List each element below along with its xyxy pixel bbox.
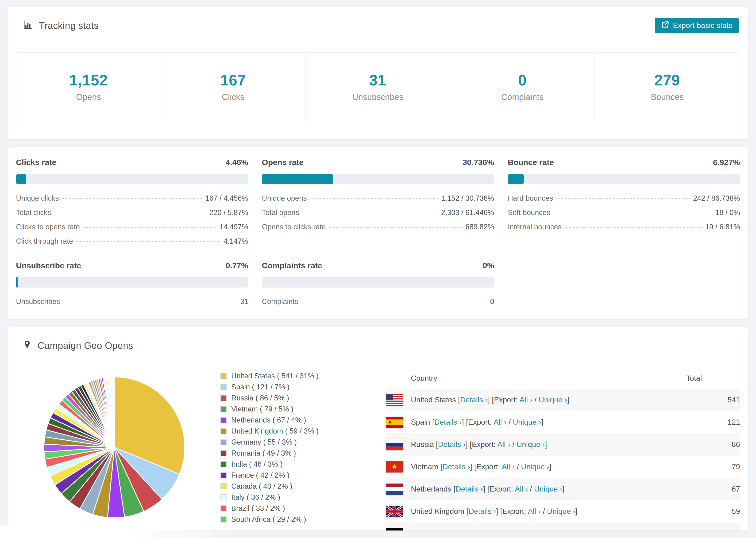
legend-item-italy[interactable]: Italy ( 36 / 2% ) <box>220 493 386 502</box>
export-unique-link[interactable]: Unique › <box>547 507 575 515</box>
legend-item-brazil[interactable]: Brazil ( 33 / 2% ) <box>220 504 386 512</box>
total-value: 121 <box>728 418 740 426</box>
dotted-leader <box>301 301 487 302</box>
dotted-leader <box>83 227 216 228</box>
rate-title: Opens rate <box>262 158 303 167</box>
geo-legend: United States ( 541 / 31% )Spain ( 121 /… <box>220 372 386 526</box>
export-all-link[interactable]: All › <box>494 418 507 426</box>
export-unique-link[interactable]: Unique › <box>521 462 549 471</box>
table-row-partial <box>386 522 740 531</box>
rate-detail-row: Total opens2,303 / 61.446% <box>262 208 494 217</box>
legend-item-vietnam[interactable]: Vietnam ( 79 / 5% ) <box>220 405 386 413</box>
rate-detail-label: Unique opens <box>262 194 307 202</box>
legend-item-netherlands[interactable]: Netherlands ( 67 / 4% ) <box>220 416 386 424</box>
legend-item-south-africa[interactable]: South Africa ( 29 / 2% ) <box>220 515 386 524</box>
stat-value: 167 <box>163 72 303 89</box>
legend-item-romania[interactable]: Romania ( 49 / 3% ) <box>220 449 386 457</box>
stat-label: Clicks <box>163 92 303 102</box>
total-value: 86 <box>731 440 740 449</box>
export-all-link[interactable]: All › <box>497 440 510 449</box>
legend-item-france[interactable]: France ( 42 / 2% ) <box>220 471 386 480</box>
details-link[interactable]: Details › <box>443 462 470 471</box>
details-link[interactable]: Details › <box>468 507 496 515</box>
rate-block-unsubscribe-rate: Unsubscribe rate0.77%Unsubscribes31 <box>16 261 248 306</box>
stat-label: Unsubscribes <box>308 92 448 102</box>
export-unique-link[interactable]: Unique › <box>539 396 567 404</box>
rate-detail-label: Clicks to opens rate <box>16 223 80 231</box>
stat-label: Bounces <box>597 92 737 102</box>
legend-swatch <box>220 373 227 379</box>
progress-bar-fill <box>16 174 26 184</box>
progress-bar <box>508 174 740 184</box>
legend-label: Vietnam ( 79 / 5% ) <box>231 405 294 413</box>
rate-detail-label: Opens to clicks rate <box>262 223 326 231</box>
rate-detail-row: Unique clicks167 / 4.456% <box>16 194 248 202</box>
country-name: Spain <box>411 418 432 426</box>
dotted-leader <box>565 227 702 228</box>
rate-detail-value: 2,303 / 61.446% <box>441 208 494 217</box>
rate-block-opens-rate: Opens rate30.736%Unique opens1,152 / 30.… <box>262 158 494 245</box>
rate-detail-value: 4.147% <box>224 237 248 245</box>
page-title: Tracking stats <box>39 21 99 31</box>
rate-title: Clicks rate <box>16 158 56 167</box>
legend-swatch <box>220 417 227 423</box>
progress-bar <box>16 277 248 288</box>
legend-label: Russia ( 86 / 5% ) <box>231 394 289 402</box>
details-link[interactable]: Details › <box>456 485 483 493</box>
bar-chart-icon <box>23 19 33 32</box>
legend-label: Canada ( 40 / 2% ) <box>231 482 292 491</box>
table-row-spain: Spain [Details ›] [Export: All › / Uniqu… <box>386 411 740 433</box>
legend-swatch <box>220 406 227 412</box>
campaign-geo-opens-card: Campaign Geo Opens United States ( 541 /… <box>8 327 748 531</box>
tracking-stats-card: Tracking stats Export basic stats 1,152O… <box>8 7 748 139</box>
nl-flag-icon <box>386 484 403 495</box>
export-all-link[interactable]: All › <box>519 396 532 404</box>
export-all-link[interactable]: All › <box>502 462 514 471</box>
progress-bar <box>16 174 248 184</box>
legend-item-united-kingdom[interactable]: United Kingdom ( 59 / 3% ) <box>220 427 386 435</box>
rate-detail-row: Unsubscribes31 <box>16 297 248 306</box>
dotted-leader <box>62 198 202 199</box>
export-unique-link[interactable]: Unique › <box>513 418 541 426</box>
tracking-stats-header: Tracking stats Export basic stats <box>8 7 748 44</box>
export-unique-link[interactable]: Unique › <box>534 485 563 493</box>
export-all-link[interactable]: All › <box>528 507 541 515</box>
details-link[interactable]: Details › <box>438 440 465 449</box>
legend-item-united-states[interactable]: United States ( 541 / 31% ) <box>220 372 386 380</box>
legend-item-spain[interactable]: Spain ( 121 / 7% ) <box>220 383 386 391</box>
dotted-leader <box>76 241 220 242</box>
legend-item-india[interactable]: India ( 46 / 3% ) <box>220 460 386 468</box>
export-unique-link[interactable]: Unique › <box>516 440 545 449</box>
map-pin-icon <box>23 340 32 352</box>
legend-item-russia[interactable]: Russia ( 86 / 5% ) <box>220 394 386 402</box>
export-all-link[interactable]: All › <box>515 485 528 493</box>
details-link[interactable]: Details › <box>434 418 462 426</box>
rate-value: 4.46% <box>226 158 248 167</box>
page: Tracking stats Export basic stats 1,152O… <box>0 0 756 531</box>
total-value: 541 <box>728 396 740 404</box>
geo-pie-chart <box>8 364 220 522</box>
dotted-leader <box>54 213 206 213</box>
legend-item-germany[interactable]: Germany ( 55 / 3% ) <box>220 438 386 447</box>
export-basic-stats-button[interactable]: Export basic stats <box>655 18 739 33</box>
country-name: Vietnam <box>411 462 441 471</box>
rate-value: 6.927% <box>713 158 740 167</box>
rate-detail-row: Clicks to opens rate14.497% <box>16 223 248 231</box>
details-link[interactable]: Details › <box>460 396 488 404</box>
export-icon <box>661 21 669 30</box>
legend-label: Netherlands ( 67 / 4% ) <box>231 416 306 424</box>
legend-label: Italy ( 36 / 2% ) <box>231 493 280 502</box>
geo-title: Campaign Geo Opens <box>37 340 133 351</box>
legend-item-canada[interactable]: Canada ( 40 / 2% ) <box>220 482 386 491</box>
table-row-united-kingdom: United Kingdom [Details ›] [Export: All … <box>386 500 740 522</box>
stats-summary-box: 1,152Opens167Clicks31Unsubscribes0Compla… <box>16 52 740 121</box>
progress-bar-fill <box>508 174 524 184</box>
total-value: 79 <box>731 462 740 471</box>
rate-detail-label: Soft bounces <box>508 208 550 217</box>
rate-detail-value: 18 / 0% <box>715 208 740 217</box>
stat-label: Complaints <box>453 92 592 102</box>
legend-label: Romania ( 49 / 3% ) <box>231 449 296 457</box>
stat-unsubscribes: 31Unsubscribes <box>306 53 450 121</box>
rate-detail-row: Internal bounces19 / 6.81% <box>508 223 740 231</box>
rate-detail-value: 1,152 / 30.736% <box>441 194 494 202</box>
